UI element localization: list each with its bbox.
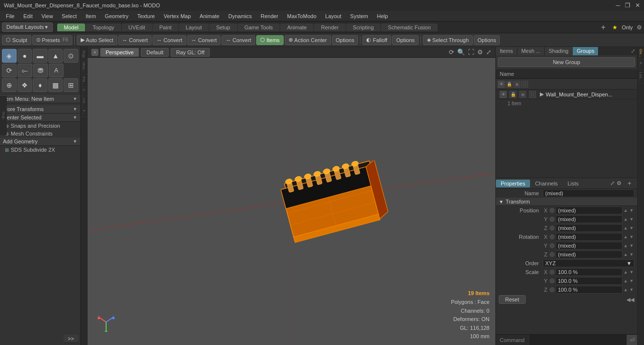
scale-z-arrow-up[interactable]: ▲ xyxy=(623,287,628,292)
snaps-precision-item[interactable]: ⊕ Snaps and Precision xyxy=(0,122,80,130)
scale-y-arrow-up[interactable]: ▲ xyxy=(623,278,628,283)
vis-eye-btn[interactable]: 👁 xyxy=(498,81,505,88)
presets-button[interactable]: ⊙ Presets F6 xyxy=(32,35,72,45)
menu-item-help[interactable]: Help xyxy=(373,12,392,20)
props-add-btn[interactable]: + xyxy=(623,179,635,188)
tool-scale-btn[interactable]: ⛃ xyxy=(33,64,48,77)
center-selected-label[interactable]: Center Selected ▼ xyxy=(0,114,80,122)
scale-x-dot[interactable] xyxy=(550,270,555,275)
select-through-button[interactable]: ◈ Select Through xyxy=(423,35,472,45)
vis-check-btn[interactable]: □ xyxy=(521,81,528,88)
viewport[interactable]: ≡ Perspective Default Ray GL: Off ⟳ 🔍 ⛶ … xyxy=(88,47,495,345)
new-group-button[interactable]: New Group xyxy=(498,57,635,67)
pos-z-arrow-up[interactable]: ▲ xyxy=(623,226,628,230)
item-visibility2[interactable]: □ xyxy=(529,91,536,98)
viewport-canvas[interactable]: 19 Items Polygons : Face Channels: 0 Def… xyxy=(88,58,495,345)
convert-button-3[interactable]: ↔ Convert xyxy=(187,35,221,45)
scale-z-value[interactable]: 100.0 % xyxy=(555,286,622,294)
rot-z-value[interactable]: (mixed) xyxy=(555,251,622,258)
item-row-group[interactable]: 👁 🔒 ▣ □ ▶ Wall_Mount_Beer_Dispen... xyxy=(496,90,637,99)
item-lock[interactable]: 🔒 xyxy=(510,91,516,98)
falloff-button[interactable]: ◐ Falloff xyxy=(362,35,391,45)
menu-item-file[interactable]: File xyxy=(2,12,19,20)
vp-zoom-icon[interactable]: 🔍 xyxy=(457,48,465,56)
props-tab-channels[interactable]: Channels xyxy=(530,180,562,187)
rot-z-arrow-up[interactable]: ▲ xyxy=(623,252,628,257)
sds-subdivide-item[interactable]: ⊞ SDS Subdivide 2X xyxy=(0,146,80,154)
pos-y-dot[interactable] xyxy=(550,217,555,222)
menu-item-animate[interactable]: Animate xyxy=(196,12,223,20)
reset-arrow-left[interactable]: ◀◀ xyxy=(626,297,634,303)
prop-order-dropdown[interactable]: XYZ ▼ xyxy=(543,259,634,267)
rot-y-arrow-dn[interactable]: ▼ xyxy=(629,243,634,248)
menu-item-edit[interactable]: Edit xyxy=(20,12,37,20)
tab-groups[interactable]: Groups xyxy=(573,47,599,55)
tab-mesh[interactable]: Mesh ... xyxy=(517,47,545,55)
mode-tab-layout[interactable]: Layout xyxy=(179,23,209,31)
pos-z-arrow-dn[interactable]: ▼ xyxy=(629,226,634,230)
pos-x-arrow-up[interactable]: ▲ xyxy=(623,208,628,213)
tool-text-btn[interactable]: A xyxy=(49,64,64,77)
tool-add-btn[interactable]: ⊕ xyxy=(2,78,17,92)
tool-edit-btn[interactable]: ❖ xyxy=(18,78,32,92)
vp-frame-icon[interactable]: ⛶ xyxy=(468,48,474,56)
menu-item-view[interactable]: View xyxy=(38,12,57,20)
strip-pol[interactable]: Pol... xyxy=(81,75,87,87)
rot-z-arrow-dn[interactable]: ▼ xyxy=(629,252,634,257)
strip-c[interactable]: C... xyxy=(81,87,87,96)
props-tab-properties[interactable]: Properties xyxy=(496,180,530,187)
action-center-button[interactable]: ⊕ Action Center xyxy=(285,35,331,45)
strip-a[interactable]: A... xyxy=(638,60,644,70)
vp-tab-perspective[interactable]: Perspective xyxy=(100,48,139,57)
rot-y-arrow-up[interactable]: ▲ xyxy=(623,243,628,248)
vp-expand-icon[interactable]: ⤢ xyxy=(486,48,491,56)
strip-list[interactable]: List... xyxy=(638,70,644,84)
tool-plus-btn[interactable]: ⊞ xyxy=(64,78,78,92)
pos-x-arrow-dn[interactable]: ▼ xyxy=(629,208,634,213)
strip-go[interactable]: Go... xyxy=(638,47,644,60)
menu-item-layout[interactable]: Layout xyxy=(321,12,345,20)
rot-x-dot[interactable] xyxy=(550,234,555,239)
add-geometry-label[interactable]: Add Geometry ▼ xyxy=(0,138,80,146)
pos-y-arrow-dn[interactable]: ▼ xyxy=(629,217,634,222)
mode-tab-topology[interactable]: Topology xyxy=(86,23,121,31)
props-tab-lists[interactable]: Lists xyxy=(563,180,584,187)
pos-y-value[interactable]: (mixed) xyxy=(555,215,622,223)
convert-button-2[interactable]: ↔ Convert xyxy=(153,35,186,45)
gear-icon[interactable]: ⚙ xyxy=(637,24,642,31)
tool-cone-btn[interactable]: ▲ xyxy=(48,49,63,63)
menu-item-dynamics[interactable]: Dynamics xyxy=(224,12,256,20)
pos-x-dot[interactable] xyxy=(550,208,555,213)
rot-y-dot[interactable] xyxy=(550,243,555,248)
star-button[interactable]: ★ xyxy=(612,24,618,31)
vp-rotate-icon[interactable]: ⟳ xyxy=(449,48,454,56)
pos-z-dot[interactable] xyxy=(550,226,555,230)
props-expand-icon[interactable]: ⤢ xyxy=(610,180,615,186)
pos-x-value[interactable]: (mixed) xyxy=(555,207,622,214)
strip-dup[interactable]: Dup. xyxy=(81,49,87,61)
menu-item-texture[interactable]: Texture xyxy=(133,12,159,20)
scale-z-dot[interactable] xyxy=(550,287,555,292)
reset-button[interactable]: Reset xyxy=(499,295,526,304)
tool-box-btn[interactable]: ▬ xyxy=(33,49,47,63)
mode-tab-setup[interactable]: Setup xyxy=(209,23,237,31)
expand-btn[interactable]: >> xyxy=(64,335,78,343)
items-button[interactable]: ⬡ Items xyxy=(256,35,284,45)
scale-y-arrow-dn[interactable]: ▼ xyxy=(629,278,634,283)
rot-y-value[interactable]: (mixed) xyxy=(555,242,622,250)
scale-x-value[interactable]: 100.0 % xyxy=(555,268,622,276)
mode-tab-schematic-fusion[interactable]: Schematic Fusion xyxy=(381,23,437,31)
minimize-button[interactable]: ─ xyxy=(616,2,620,9)
vp-tab-raygl[interactable]: Ray GL: Off xyxy=(171,48,210,57)
mode-tab-scripting[interactable]: Scripting xyxy=(346,23,381,31)
menu-item-maxtomodo[interactable]: MaxToModo xyxy=(283,12,320,20)
scale-y-dot[interactable] xyxy=(550,278,555,283)
tool-move-btn[interactable]: ⟜ xyxy=(18,64,32,77)
more-transforms-label[interactable]: More Transforms ▼ xyxy=(0,105,80,114)
tool-torus-btn[interactable]: ⊙ xyxy=(64,49,78,63)
tool-select-btn[interactable]: ◈ xyxy=(2,49,17,63)
props-gear-icon[interactable]: ⚙ xyxy=(617,180,622,186)
item-menu-label[interactable]: Item Menu: New Item ▼ xyxy=(0,95,80,103)
expand-right-icon[interactable]: ⤢ xyxy=(629,47,637,55)
pos-y-arrow-up[interactable]: ▲ xyxy=(623,217,628,222)
